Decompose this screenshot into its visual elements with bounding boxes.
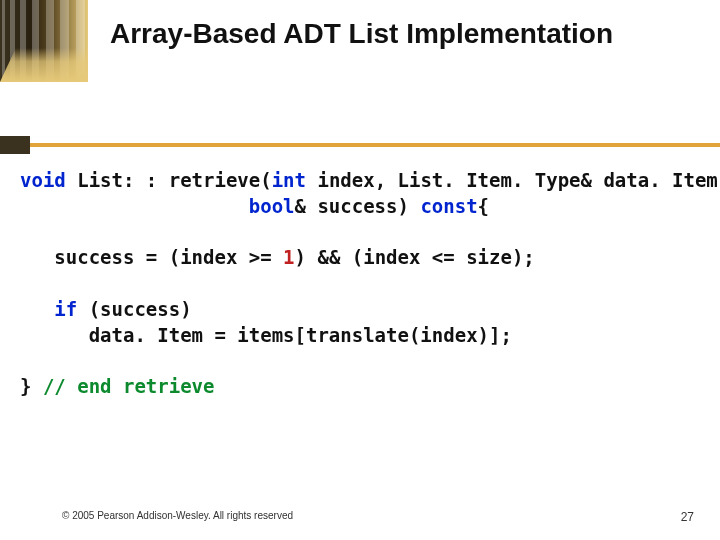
code-line-6: } // end retrieve xyxy=(20,374,700,400)
slide-header: Array-Based ADT List Implementation xyxy=(0,0,720,82)
code-line-4: if (success) xyxy=(20,297,700,323)
slide-footer: © 2005 Pearson Addison-Wesley. All right… xyxy=(62,510,694,524)
code-block: void List: : retrieve(int index, List. I… xyxy=(20,168,700,400)
code-line-3: success = (index >= 1) && (index <= size… xyxy=(20,245,700,271)
copyright-text: © 2005 Pearson Addison-Wesley. All right… xyxy=(62,510,293,524)
slide-title: Array-Based ADT List Implementation xyxy=(110,18,700,50)
page-number: 27 xyxy=(681,510,694,524)
decor-graphic xyxy=(0,0,88,82)
accent-rule xyxy=(0,136,720,156)
code-line-1: void List: : retrieve(int index, List. I… xyxy=(20,168,700,194)
code-line-5: data. Item = items[translate(index)]; xyxy=(20,323,700,349)
code-line-2: bool& success) const{ xyxy=(20,194,700,220)
